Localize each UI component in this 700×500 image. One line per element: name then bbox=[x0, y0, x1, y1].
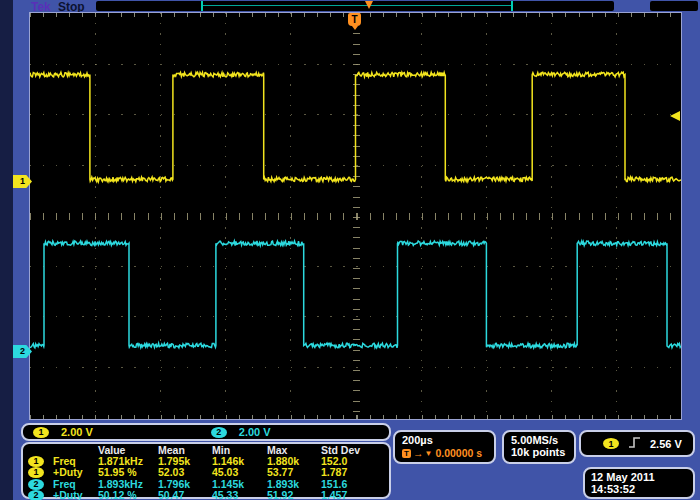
ch2-scale: 2.00 V bbox=[239, 426, 271, 438]
meas-name: +Duty bbox=[49, 490, 82, 500]
trigger-level-arrow-icon bbox=[670, 111, 680, 121]
record-window-brackets bbox=[201, 1, 513, 11]
horizontal-readout: 200µs T → ▼ 0.00000 s bbox=[393, 430, 496, 464]
meas-value: 50.12 % bbox=[98, 490, 158, 500]
meas-min: 45.03 bbox=[212, 467, 267, 478]
waveform-ch1 bbox=[30, 72, 681, 181]
rising-edge-slope-icon bbox=[628, 436, 641, 451]
waveform-ch2 bbox=[30, 241, 681, 348]
trigger-position-arrow-icon bbox=[365, 1, 373, 9]
meas-ch-badge: 1 bbox=[28, 467, 44, 478]
trigger-position-readout: T → ▼ 0.00000 s bbox=[402, 447, 494, 459]
ch2-badge: 2 bbox=[211, 427, 227, 438]
trigger-position-t-icon: T bbox=[402, 449, 411, 458]
datetime-readout: 12 May 2011 14:53:52 bbox=[583, 467, 695, 499]
arrow-down-icon: ▼ bbox=[425, 449, 433, 458]
record-length: 10k points bbox=[511, 446, 574, 458]
horizontal-scale: 200µs bbox=[402, 434, 494, 446]
meas-mean: 52.03 bbox=[158, 467, 212, 478]
meas-max: 51.92 bbox=[267, 490, 321, 500]
measurement-row: 2+Duty 50.12 % 50.47 45.33 51.92 1.457 bbox=[28, 490, 389, 500]
meas-ch-badge: 2 bbox=[28, 479, 44, 490]
meas-min: 45.33 bbox=[212, 490, 267, 500]
measurement-row: 1+Duty 51.95 % 52.03 45.03 53.77 1.787 bbox=[28, 467, 389, 478]
meas-value: 51.95 % bbox=[98, 467, 158, 478]
trigger-flag-icon: T bbox=[348, 13, 361, 26]
record-window-line bbox=[203, 5, 511, 6]
measurements-table: Value Mean Min Max Std Dev 1Freq 1.871kH… bbox=[21, 442, 391, 499]
trigger-source-badge: 1 bbox=[603, 438, 619, 449]
meas-ch-badge: 2 bbox=[28, 490, 44, 500]
ch1-scale: 2.00 V bbox=[61, 426, 93, 438]
date-label: 12 May 2011 bbox=[591, 471, 693, 483]
trigger-level: 2.56 V bbox=[650, 438, 682, 450]
record-view-bar bbox=[96, 1, 614, 11]
meas-ch-badge: 1 bbox=[28, 456, 44, 467]
trigger-readout: 1 2.56 V bbox=[579, 430, 695, 457]
acquisition-readout: 5.00MS/s 10k points bbox=[502, 430, 576, 464]
meas-name: +Duty bbox=[49, 467, 82, 478]
arrow-right-icon: → bbox=[413, 447, 424, 459]
waveforms-canvas bbox=[30, 13, 681, 417]
oscilloscope-screen: Tek Stop T 1 2 1 2.00 V 2 2.00 V Value M… bbox=[0, 0, 700, 500]
sample-rate: 5.00MS/s bbox=[511, 434, 574, 446]
meas-max: 53.77 bbox=[267, 467, 321, 478]
channel-scale-readout: 1 2.00 V 2 2.00 V bbox=[21, 423, 391, 441]
meas-mean: 50.47 bbox=[158, 490, 212, 500]
left-bezel-strip bbox=[0, 0, 13, 500]
ch1-badge: 1 bbox=[33, 427, 49, 438]
trigger-position-value: 0.00000 s bbox=[435, 447, 482, 459]
top-right-readout-blank bbox=[650, 1, 698, 11]
meas-stddev: 1.457 bbox=[321, 490, 389, 500]
graticule bbox=[29, 12, 682, 420]
meas-stddev: 1.787 bbox=[321, 467, 389, 478]
time-label: 14:53:52 bbox=[591, 483, 693, 495]
